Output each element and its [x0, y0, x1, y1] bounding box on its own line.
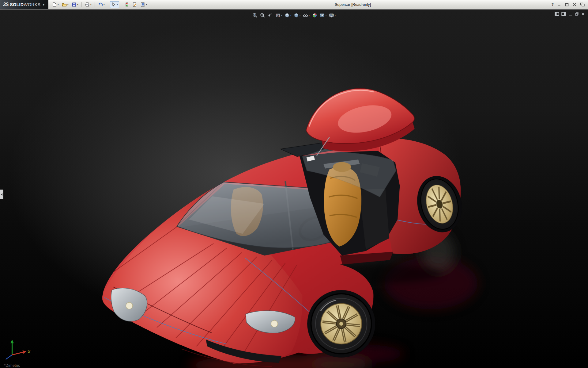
apply-scene-icon	[320, 13, 325, 18]
dropdown-arrow-icon[interactable]: ▾	[146, 3, 147, 6]
apply-scene-button[interactable]: ▾	[319, 12, 327, 19]
new-document-button[interactable]: ▾	[51, 1, 60, 8]
view-orientation-button[interactable]: ▾	[284, 12, 292, 19]
options-button[interactable]: ▾	[139, 1, 148, 8]
3ds-mark: 3S	[3, 2, 9, 7]
zoom-to-fit-icon	[252, 13, 258, 18]
open-icon	[62, 2, 67, 7]
maximize-button[interactable]	[565, 2, 569, 7]
dropdown-arrow-icon[interactable]: ▾	[117, 3, 118, 6]
brand-light: WORKS	[24, 2, 40, 7]
window-controls: ?	[552, 2, 588, 7]
coordinate-triad: X	[6, 339, 31, 359]
minimize-button[interactable]	[557, 2, 561, 7]
doc-close-icon[interactable]	[581, 12, 585, 16]
solidworks-window: 3S SOLIDWORKS ▸ ▾ ▾ ▾ ▾	[0, 0, 588, 368]
help-button[interactable]: ?	[552, 2, 554, 7]
toolbar-separator	[121, 2, 121, 7]
car-body[interactable]	[102, 138, 461, 366]
zoom-to-area-button[interactable]	[259, 12, 266, 19]
doc-minimize-icon[interactable]	[569, 12, 573, 16]
pane-left-toggle-icon[interactable]	[555, 12, 559, 16]
display-style-button[interactable]: ▾	[293, 12, 301, 19]
previous-view-button[interactable]	[267, 12, 273, 19]
triad-x-label: X	[28, 349, 31, 354]
arrange-windows-icon[interactable]	[580, 2, 585, 7]
heads-up-view-toolbar: ▾ ▾ ▾ ▾ ▾ ▾	[251, 12, 336, 19]
toolbar-separator	[81, 2, 82, 7]
dropdown-arrow-icon[interactable]: ▾	[67, 3, 69, 6]
graphics-viewport[interactable]: X ▾ ▾ ▾	[0, 10, 588, 368]
doc-min-restore-close-group	[569, 12, 585, 16]
options-icon	[140, 2, 145, 7]
logo-flyout-icon[interactable]: ▸	[43, 3, 45, 6]
collapse-arrow-icon	[1, 193, 2, 196]
doc-restore-icon[interactable]	[575, 12, 579, 16]
file-properties-button[interactable]	[131, 1, 138, 8]
dropdown-arrow-icon[interactable]: ▾	[299, 14, 300, 17]
edit-appearance-icon	[312, 13, 318, 18]
pane-right-toggle-icon[interactable]	[561, 12, 566, 16]
rebuild-stoplight-icon	[124, 2, 129, 7]
view-settings-button[interactable]: ▾	[328, 12, 337, 19]
open-button[interactable]: ▾	[61, 1, 70, 8]
dropdown-arrow-icon[interactable]: ▾	[326, 14, 327, 17]
dropdown-arrow-icon[interactable]: ▾	[77, 3, 78, 6]
edit-appearance-button[interactable]	[311, 12, 318, 19]
view-orientation-cube-icon	[284, 13, 290, 18]
section-view-button[interactable]: ▾	[274, 12, 283, 19]
solidworks-logo[interactable]: 3S SOLIDWORKS ▸	[0, 0, 48, 9]
supercar-3d-model[interactable]: X	[0, 10, 588, 368]
close-button[interactable]	[572, 2, 577, 7]
dropdown-arrow-icon[interactable]: ▾	[58, 3, 59, 6]
select-button[interactable]: ▾	[110, 1, 119, 8]
select-cursor-icon	[111, 2, 116, 7]
undo-icon	[98, 2, 103, 7]
new-document-icon	[52, 2, 57, 7]
file-properties-icon	[132, 2, 137, 7]
dropdown-arrow-icon[interactable]: ▾	[104, 3, 105, 6]
previous-view-icon	[267, 13, 273, 18]
title-bar: 3S SOLIDWORKS ▸ ▾ ▾ ▾ ▾	[0, 0, 588, 10]
print-icon	[85, 2, 90, 7]
save-icon	[72, 2, 77, 7]
dropdown-arrow-icon[interactable]: ▾	[309, 14, 310, 17]
dropdown-arrow-icon[interactable]: ▾	[335, 14, 336, 17]
view-settings-icon	[329, 13, 334, 18]
print-button[interactable]: ▾	[84, 1, 93, 8]
pane-toggle-group	[555, 12, 566, 16]
rebuild-button[interactable]	[123, 1, 130, 8]
front-wheel[interactable]	[307, 290, 375, 358]
view-orientation-label: *Dimetric	[4, 363, 20, 368]
toolbar-separator	[95, 2, 95, 7]
toolbar-separator	[108, 2, 108, 7]
feature-manager-collapse-tab[interactable]	[0, 190, 3, 199]
main-toolbar: ▾ ▾ ▾ ▾ ▾	[48, 1, 151, 8]
document-title: Supercar [Read-only]	[335, 2, 371, 7]
section-view-icon	[275, 13, 281, 18]
undo-button[interactable]: ▾	[97, 1, 106, 8]
brand-text: SOLIDWORKS	[10, 2, 41, 7]
document-window-controls	[555, 12, 585, 16]
dropdown-arrow-icon[interactable]: ▾	[290, 14, 291, 17]
save-button[interactable]: ▾	[70, 1, 80, 8]
dropdown-arrow-icon[interactable]: ▾	[281, 14, 282, 17]
brand-bold: SOLID	[10, 2, 24, 7]
hide-show-glasses-icon	[303, 13, 308, 18]
display-style-icon	[293, 13, 299, 18]
zoom-to-fit-button[interactable]	[251, 12, 258, 19]
zoom-to-area-icon	[260, 13, 265, 18]
hide-show-items-button[interactable]: ▾	[302, 12, 311, 19]
dropdown-arrow-icon[interactable]: ▾	[90, 3, 92, 6]
